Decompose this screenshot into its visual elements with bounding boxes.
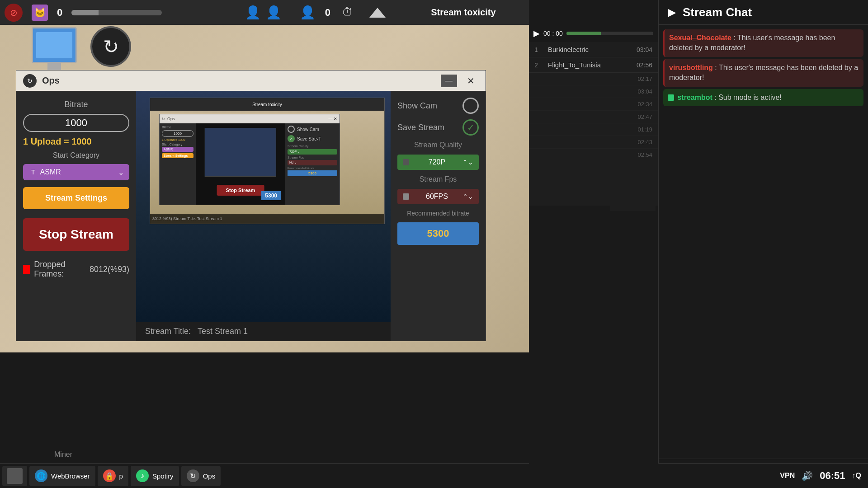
chat-title: Stream Chat	[683, 5, 752, 19]
taskbar: 🌐 WebBrowser 🔒 p ♪ Spotiry ↻ Ops	[0, 463, 529, 488]
spotiry-icon: ♪	[136, 469, 149, 482]
stop-stream-button[interactable]: Stop Stream	[23, 218, 129, 251]
person-icon: 👤	[245, 5, 261, 21]
bitrate-label: Bitrate	[23, 100, 129, 109]
playlist-item-2-time: 02:56	[637, 61, 652, 69]
window-logo: ↻	[23, 74, 37, 88]
taskbar-app-webbrowser[interactable]: 🌐 WebBrowser	[29, 466, 95, 486]
dropped-frames-label: Dropped Frames:	[34, 260, 86, 279]
playlist-controls: ▶ 00 : 00	[529, 25, 658, 42]
chat-text-3: : Sub mode is active!	[714, 94, 782, 101]
playlist-item-8[interactable]: 02:43	[529, 136, 658, 149]
playlist-item-2[interactable]: 2 Flight_To_Tunisia 02:56	[529, 57, 658, 73]
taskbar-app-spotiry[interactable]: ♪ Spotiry	[131, 466, 179, 486]
clock-time: 06:51	[820, 470, 845, 482]
preview-video: Stream toxicity ↻ Ops — ✕ Bitrat	[136, 91, 391, 322]
streambot-badge	[668, 94, 674, 101]
playlist-item-4[interactable]: 03:04	[529, 85, 658, 98]
stream-window: ↻ Ops — ✕ Bitrate 1 Upload = 1000 Start …	[16, 70, 486, 341]
stream-title-label: Stream Title:	[145, 327, 191, 336]
playlist-item-2-name: Flight_To_Tunisia	[548, 61, 632, 69]
preview-area: Stream toxicity ↻ Ops — ✕ Bitrat	[136, 91, 391, 341]
p-icon: 🔒	[103, 469, 116, 482]
arrow-up-icon	[369, 8, 386, 18]
spotiry-label: Spotiry	[152, 472, 174, 480]
playlist-item-1-time: 03:04	[637, 46, 652, 53]
chat-message-2: virusbottling : This user's message has …	[663, 59, 863, 87]
cat-count: 0	[57, 7, 62, 19]
recommended-label: Recommended bitrate	[397, 210, 479, 217]
monitor-icon	[32, 27, 77, 72]
dropped-frames: Dropped Frames: 8012(%93)	[23, 260, 129, 279]
quality-value: 720P	[429, 158, 445, 166]
playlist-item-5[interactable]: 02:34	[529, 98, 658, 111]
viewer-count: 0	[325, 7, 330, 19]
dropped-frames-value: 8012(%93)	[90, 265, 129, 274]
playlist-item-7[interactable]: 01:19	[529, 123, 658, 136]
taskbar-app-p[interactable]: 🔒 p	[98, 466, 128, 486]
viewer-icon: 👤	[300, 5, 316, 21]
playlist-time: 00 : 00	[543, 30, 563, 37]
fps-section-label: Stream Fps	[397, 175, 479, 183]
bitrate-input[interactable]	[23, 114, 129, 132]
nested-stop-btn: Stop Stream	[217, 185, 264, 196]
quality-section-label: Stream Quality	[397, 141, 479, 149]
playlist-item-1[interactable]: 1 Burkinelectric 03:04	[529, 42, 658, 57]
top-bar: ⊘ 🐱 0 Stream toxicity 👤 👤 👤 0 ⏱	[0, 0, 529, 25]
save-stream-toggle[interactable]: ✓	[462, 119, 479, 136]
playlist-item-6[interactable]: 02:47	[529, 111, 658, 123]
chat-play-icon: ▶	[668, 6, 676, 19]
taskbar-app-ops[interactable]: ↻ Ops	[181, 466, 221, 486]
playlist-item-9[interactable]: 02:54	[529, 149, 658, 161]
quality-chevron: ⌃⌄	[462, 159, 473, 166]
chat-header: ▶ Stream Chat	[659, 0, 868, 25]
show-cam-label: Show Cam	[397, 101, 437, 111]
fps-select[interactable]: 60FPS ⌃⌄	[397, 189, 479, 204]
nested-topbar: Stream toxicity	[150, 98, 384, 111]
chat-message-3: streambot : Sub mode is active!	[663, 89, 863, 106]
toxicity-bar	[71, 10, 162, 15]
webbrowser-icon: 🌐	[35, 469, 47, 482]
save-stream-row: Save Stream ✓	[397, 119, 479, 136]
chat-message-1: Sexual_Chocolate : This user's message h…	[663, 29, 863, 57]
ops-icon: ↻	[187, 469, 199, 482]
chat-username-2: virusbottling	[669, 64, 713, 71]
playlist-area: ▶ 00 : 00 1 Burkinelectric 03:04 2 Fligh…	[529, 25, 658, 206]
p-label: p	[119, 472, 123, 480]
settings-panel: Show Cam Save Stream ✓ Stream Quality 72…	[391, 91, 486, 341]
volume-icon[interactable]: 🔊	[802, 470, 813, 481]
stream-title-value: Test Stream 1	[198, 327, 248, 336]
fps-value: 60FPS	[426, 192, 448, 201]
close-button[interactable]: ✕	[462, 75, 479, 87]
nested-preview: Stream toxicity ↻ Ops — ✕ Bitrat	[150, 98, 385, 224]
play-button[interactable]: ▶	[533, 28, 540, 38]
stream-window-titlebar: ↻ Ops — ✕	[16, 70, 486, 91]
ops-label: Ops	[203, 472, 216, 480]
category-label: Start Category	[23, 151, 129, 160]
show-cam-row: Show Cam	[397, 98, 479, 114]
minimize-button[interactable]: —	[441, 75, 457, 87]
window-title: Ops	[42, 75, 435, 86]
chat-panel: ▶ Stream Chat Sexual_Chocolate : This us…	[658, 0, 868, 488]
quality-select[interactable]: 720P ⌃⌄	[397, 155, 479, 170]
stream-icon: ⊘	[5, 4, 23, 22]
left-panel: Bitrate 1 Upload = 1000 Start Category T…	[16, 91, 136, 341]
playlist-item-3[interactable]: 02:17	[529, 73, 658, 85]
stream-title-info: Stream Title: Test Stream 1	[136, 322, 391, 341]
category-value: ASMR	[40, 168, 61, 176]
chat-messages: Sexual_Chocolate : This user's message h…	[659, 25, 868, 459]
category-select[interactable]: T ASMR ⌄	[23, 164, 129, 180]
taskbar-start[interactable]	[2, 466, 27, 486]
playlist-item-1-name: Burkinelectric	[548, 46, 632, 53]
timer-icon: ⏱	[340, 5, 356, 21]
cat-icon: 🐱	[32, 5, 48, 21]
dropped-frames-indicator	[23, 265, 30, 274]
recommended-bitrate: 5300	[397, 222, 479, 245]
show-cam-toggle[interactable]	[462, 98, 479, 114]
stream-toxicity-icon: 👤	[266, 5, 282, 20]
spiral-icon: ↻	[90, 26, 131, 67]
wifi-icon: ↑Q	[852, 472, 861, 480]
vpn-label: VPN	[780, 472, 795, 480]
stream-settings-button[interactable]: Stream Settings	[23, 187, 129, 209]
chat-username-1: Sexual_Chocolate	[669, 34, 731, 42]
